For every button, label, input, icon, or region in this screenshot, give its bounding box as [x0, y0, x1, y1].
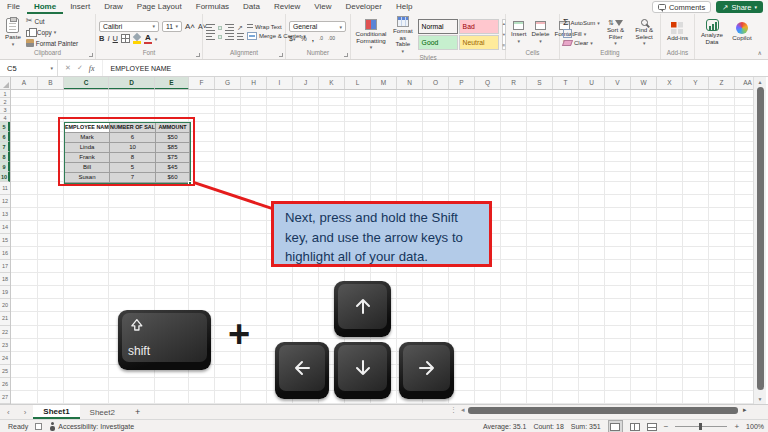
- row-header-3[interactable]: 3: [0, 106, 10, 114]
- row-header-6[interactable]: 6: [0, 132, 10, 142]
- ribbon-tab-draw[interactable]: Draw: [97, 0, 130, 14]
- table-cell[interactable]: 7: [110, 173, 156, 183]
- sheet-tab-sheet2[interactable]: Sheet2: [80, 405, 125, 419]
- conditional-formatting-button[interactable]: Conditional Formatting ▾: [354, 19, 388, 49]
- column-header-C[interactable]: C: [64, 77, 109, 90]
- column-header-AA[interactable]: AA: [735, 77, 753, 90]
- column-header-K[interactable]: K: [319, 77, 345, 90]
- row-header-10[interactable]: 10: [0, 172, 10, 182]
- dialog-launcher-icon[interactable]: [89, 53, 93, 57]
- column-header-F[interactable]: F: [189, 77, 215, 90]
- dialog-launcher-icon[interactable]: [279, 53, 283, 57]
- row-header-27[interactable]: 27: [0, 391, 10, 404]
- zoom-slider-thumb[interactable]: [699, 423, 702, 430]
- row-header-18[interactable]: 18: [0, 273, 10, 286]
- hscroll-left-icon[interactable]: ⋮ ◂: [450, 406, 465, 414]
- column-header-V[interactable]: V: [605, 77, 631, 90]
- find-select-button[interactable]: Find & Select ▾: [631, 19, 657, 45]
- row-header-26[interactable]: 26: [0, 378, 10, 391]
- scroll-down-icon[interactable]: ▼: [758, 396, 763, 402]
- ribbon-tab-formulas[interactable]: Formulas: [189, 0, 236, 14]
- align-right-icon[interactable]: [225, 33, 234, 40]
- copilot-button[interactable]: Copilot: [730, 22, 754, 42]
- font-name-select[interactable]: Calibri▾: [99, 21, 159, 32]
- column-header-O[interactable]: O: [423, 77, 449, 90]
- percent-button[interactable]: %: [300, 34, 306, 43]
- cut-button[interactable]: ✂Cut: [26, 17, 78, 25]
- select-all-corner[interactable]: [0, 77, 11, 90]
- borders-icon[interactable]: [121, 34, 130, 43]
- column-header-D[interactable]: D: [109, 77, 155, 90]
- column-header-N[interactable]: N: [397, 77, 423, 90]
- sheet-tab-sheet1[interactable]: Sheet1: [33, 405, 79, 419]
- hscroll-right-icon[interactable]: ▸: [743, 406, 747, 414]
- row-header-12[interactable]: 12: [0, 195, 10, 208]
- table-cell[interactable]: $50: [156, 133, 190, 143]
- row-header-7[interactable]: 7: [0, 142, 10, 152]
- fill-button[interactable]: ↓Fill▾: [563, 29, 600, 38]
- add-sheet-button[interactable]: +: [125, 407, 150, 417]
- column-header-E[interactable]: E: [155, 77, 189, 90]
- horizontal-scroll-thumb[interactable]: [468, 407, 738, 414]
- zoom-slider[interactable]: [675, 426, 727, 427]
- column-header-Y[interactable]: Y: [683, 77, 709, 90]
- cell-style-neutral[interactable]: Neutral: [459, 35, 499, 50]
- table-cell[interactable]: $85: [156, 143, 190, 153]
- column-header-T[interactable]: T: [553, 77, 579, 90]
- column-header-P[interactable]: P: [449, 77, 475, 90]
- row-header-16[interactable]: 16: [0, 247, 10, 260]
- cell-style-normal[interactable]: Normal: [418, 19, 458, 34]
- clear-button[interactable]: Clear▾: [563, 40, 600, 46]
- page-layout-view-button[interactable]: [630, 423, 640, 431]
- vertical-scroll-thumb[interactable]: [757, 87, 764, 390]
- row-header-17[interactable]: 17: [0, 260, 10, 273]
- table-header-cell[interactable]: AMMOUNT: [156, 123, 190, 133]
- column-header-R[interactable]: R: [501, 77, 527, 90]
- column-header-Q[interactable]: Q: [475, 77, 501, 90]
- font-color-icon[interactable]: A: [144, 34, 152, 44]
- column-header-S[interactable]: S: [527, 77, 553, 90]
- table-cell[interactable]: $75: [156, 153, 190, 163]
- fill-handle[interactable]: [188, 181, 192, 185]
- format-as-table-button[interactable]: Format as Table ▾: [391, 16, 415, 53]
- format-painter-button[interactable]: Format Painter: [26, 39, 78, 47]
- zoom-in-button[interactable]: +: [734, 423, 739, 431]
- column-header-B[interactable]: B: [38, 77, 64, 90]
- row-header-1[interactable]: 1: [0, 90, 10, 98]
- macro-record-icon[interactable]: [35, 423, 42, 430]
- column-header-L[interactable]: L: [345, 77, 371, 90]
- ribbon-tab-home[interactable]: Home: [27, 0, 63, 14]
- number-format-select[interactable]: General▾: [289, 21, 346, 32]
- analyze-data-button[interactable]: Analyze Data: [698, 19, 726, 45]
- accessibility-status[interactable]: Accessibility: Investigate: [49, 422, 134, 431]
- column-header-A[interactable]: A: [11, 77, 38, 90]
- row-header-15[interactable]: 15: [0, 234, 10, 247]
- ribbon-tab-file[interactable]: File: [0, 0, 27, 14]
- sheet-nav-right-icon[interactable]: ›: [17, 408, 34, 417]
- row-header-25[interactable]: 25: [0, 365, 10, 378]
- italic-button[interactable]: I: [107, 34, 109, 43]
- row-header-14[interactable]: 14: [0, 221, 10, 234]
- comma-style-button[interactable]: ,: [312, 34, 314, 43]
- delete-cells-button[interactable]: Delete▾: [529, 21, 551, 43]
- column-header-I[interactable]: I: [267, 77, 293, 90]
- table-cell[interactable]: 10: [110, 143, 156, 153]
- row-header-5[interactable]: 5: [0, 122, 10, 132]
- table-cell[interactable]: Frank: [65, 153, 110, 163]
- table-header-cell[interactable]: NUMBER OF SALES: [110, 123, 156, 133]
- bold-button[interactable]: B: [99, 34, 104, 43]
- indent-icon[interactable]: [237, 33, 244, 40]
- row-header-23[interactable]: 23: [0, 339, 10, 352]
- ribbon-tab-insert[interactable]: Insert: [63, 0, 97, 14]
- table-cell[interactable]: 6: [110, 133, 156, 143]
- insert-function-icon[interactable]: fx: [89, 64, 95, 73]
- column-header-H[interactable]: H: [241, 77, 267, 90]
- ribbon-tab-page-layout[interactable]: Page Layout: [130, 0, 189, 14]
- table-cell[interactable]: Linda: [65, 143, 110, 153]
- cell-style-good[interactable]: Good: [418, 35, 458, 50]
- currency-button[interactable]: $▾: [289, 34, 295, 43]
- collapse-ribbon-icon[interactable]: ∧: [758, 49, 762, 56]
- paste-button[interactable]: Paste ▾: [3, 18, 23, 46]
- cancel-icon[interactable]: ✕: [65, 64, 71, 72]
- ribbon-tab-data[interactable]: Data: [236, 0, 267, 14]
